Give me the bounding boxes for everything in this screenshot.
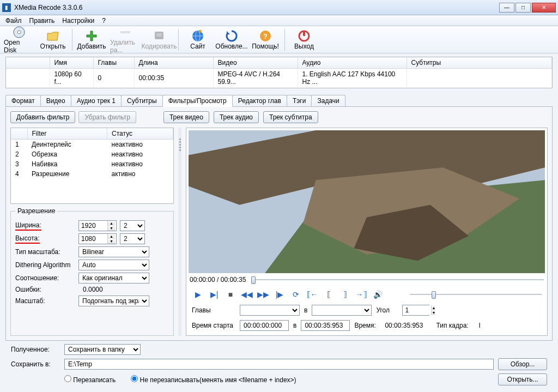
time-display: 00:00:00 / 00:00:35 <box>190 276 246 284</box>
track-subs-button[interactable]: Трек субтитра <box>263 111 318 123</box>
filter-row[interactable]: 4Разрешениеактивно <box>11 169 173 179</box>
svg-point-1 <box>17 31 21 34</box>
close-button[interactable]: ✕ <box>532 3 556 13</box>
loop-button[interactable]: ⟳ <box>290 288 302 300</box>
tab-video[interactable]: Видео <box>40 95 71 106</box>
angle-label: Угол <box>376 306 398 314</box>
filter-row[interactable]: 2Обрезканеактивно <box>11 149 173 159</box>
scaletype-label: Тип масштаба: <box>15 248 75 256</box>
tab-audio[interactable]: Аудио трек 1 <box>71 95 122 106</box>
preview-pane: 00:00:00 / 00:00:35 ▶ ▶| ■ ◀◀ ▶▶ |▶ ⟳ ⟦←… <box>186 128 548 336</box>
tab-chapedit[interactable]: Редактор глав <box>232 95 287 106</box>
col-subs[interactable]: Субтитры <box>407 57 552 69</box>
overwrite-radio[interactable]: Перезаписать <box>64 375 116 384</box>
tab-subs[interactable]: Субтитры <box>121 95 163 106</box>
minus-icon <box>119 26 132 39</box>
folder-open-icon <box>46 29 59 43</box>
width-input[interactable]: ▲▼ <box>78 220 117 231</box>
angle-input[interactable]: ▲▼ <box>402 305 429 316</box>
play-button[interactable]: ▶ <box>192 288 204 300</box>
height-divisor[interactable]: 2 <box>120 233 145 244</box>
width-divisor[interactable]: 2 <box>120 220 145 231</box>
width-label: Ширина: <box>15 221 75 231</box>
dither-select[interactable]: Auto <box>78 260 149 270</box>
duration-label: Время: <box>354 322 380 329</box>
mark-in-button[interactable]: ⟦← <box>306 288 318 300</box>
dither-label: Dithering Algorithm <box>15 261 75 269</box>
help-button[interactable]: ? Помощь! <box>250 27 281 52</box>
col-video[interactable]: Видео <box>213 57 298 69</box>
scale-select[interactable]: Подогнать под экран <box>78 295 149 306</box>
minimize-button[interactable]: — <box>499 3 514 13</box>
tab-format[interactable]: Формат <box>5 95 41 106</box>
chapters-label: Главы <box>192 306 235 314</box>
filter-row[interactable]: 1Деинтерлейснеактивно <box>11 140 173 150</box>
start-label: Время старта <box>192 322 235 329</box>
bracket-open-icon[interactable]: ⟦ <box>323 288 335 300</box>
toolbar: Open Disk Открыть Добавить Удалить ра...… <box>0 26 558 53</box>
track-audio-button[interactable]: Трек аудио <box>214 111 259 123</box>
app-icon: ▮ <box>2 3 11 12</box>
exit-button[interactable]: Выход <box>288 27 320 52</box>
error-value: 0.0000 <box>78 286 103 293</box>
track-video-button[interactable]: Трек видео <box>163 111 209 123</box>
no-overwrite-radio[interactable]: Не перезаписывать(менять имя <filename +… <box>131 375 296 384</box>
filter-row[interactable]: 3Набивканеактивно <box>11 159 173 169</box>
height-label: Высота: <box>15 234 75 244</box>
frametype-value: I <box>478 322 480 329</box>
col-chapters[interactable]: Главы <box>93 57 134 69</box>
refresh-icon <box>225 29 238 43</box>
frametype-label: Тип кадра: <box>436 322 474 329</box>
update-button[interactable]: Обновле... <box>216 27 247 52</box>
svg-rect-4 <box>156 33 162 37</box>
splitter[interactable] <box>178 128 181 336</box>
encode-icon <box>153 29 166 43</box>
resolution-group: Разрешение Ширина: ▲▼ 2 Высота: ▲▼ 2 Тип… <box>10 207 174 336</box>
col-length[interactable]: Длина <box>134 57 213 69</box>
file-row[interactable]: 1080p 60 f... 0 00:00:35 MPEG-4 AVC / H.… <box>6 69 552 88</box>
scaletype-select[interactable]: Bilinear <box>78 246 149 257</box>
end-time-input[interactable] <box>301 320 350 331</box>
height-input[interactable]: ▲▼ <box>78 233 117 244</box>
open-button[interactable]: Открыть <box>37 27 69 52</box>
ffwd-button[interactable]: ▶▶ <box>257 288 269 300</box>
next-frame-button[interactable]: ▶| <box>208 288 220 300</box>
menu-settings[interactable]: Настройки <box>59 16 98 26</box>
bracket-close-icon[interactable]: ⟧ <box>339 288 351 300</box>
menu-help[interactable]: ? <box>99 16 109 26</box>
site-button[interactable]: Сайт <box>182 27 214 52</box>
open-disk-button[interactable]: Open Disk <box>3 27 35 52</box>
tab-tasks[interactable]: Задачи <box>311 95 345 106</box>
col-audio[interactable]: Аудио <box>298 57 407 69</box>
duration-value: 00:00:35:953 <box>385 322 423 329</box>
volume-button[interactable]: 🔊 <box>372 288 384 300</box>
ratio-select[interactable]: Как оригинал <box>78 273 149 284</box>
rewind-button[interactable]: ◀◀ <box>241 288 253 300</box>
save-label: Сохранить в: <box>11 360 60 368</box>
tab-filters[interactable]: Фильтры/Просмотр <box>162 95 233 107</box>
browse-button[interactable]: Обзор... <box>498 358 547 370</box>
maximize-button[interactable]: □ <box>515 3 531 13</box>
volume-slider[interactable] <box>410 290 542 299</box>
result-mode-select[interactable]: Сохранить в папку <box>64 344 141 355</box>
seek-slider[interactable] <box>251 275 544 284</box>
add-filter-button[interactable]: Добавить фильтр <box>10 111 75 123</box>
tab-tags[interactable]: Тэги <box>287 95 312 106</box>
start-time-input[interactable] <box>240 320 289 331</box>
menu-edit[interactable]: Править <box>26 16 58 26</box>
save-path-input[interactable] <box>64 359 494 370</box>
col-name[interactable]: Имя <box>50 57 93 69</box>
power-icon <box>298 29 311 43</box>
tab-panel: Добавить фильтр Убрать фильтр Трек видео… <box>5 106 553 341</box>
menu-file[interactable]: Файл <box>2 16 25 26</box>
svg-text:?: ? <box>263 33 267 40</box>
step-button[interactable]: |▶ <box>274 288 286 300</box>
chapter-from-select[interactable] <box>240 305 300 316</box>
plus-icon <box>85 29 98 43</box>
filter-table: FilterСтатус 1Деинтерлейснеактивно 2Обре… <box>10 128 174 204</box>
open-folder-button[interactable]: Открыть... <box>498 373 547 385</box>
mark-out-button[interactable]: →⟧ <box>355 288 367 300</box>
stop-button[interactable]: ■ <box>225 288 236 300</box>
add-button[interactable]: Добавить <box>76 27 107 52</box>
chapter-to-select[interactable] <box>312 305 372 316</box>
